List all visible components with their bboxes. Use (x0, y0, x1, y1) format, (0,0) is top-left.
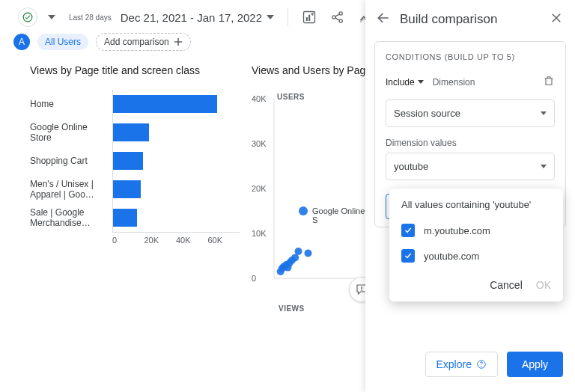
explore-label: Explore (436, 358, 472, 370)
checkbox-checked[interactable] (401, 224, 415, 237)
x-tick: 60K (208, 233, 240, 245)
caret-down-icon (541, 165, 547, 168)
svg-rect-8 (361, 287, 362, 289)
option-label: youtube.com (424, 251, 479, 262)
dimension-value: Session source (394, 108, 460, 119)
dimension-label: Dimension (433, 77, 537, 88)
bar (113, 95, 217, 113)
hbar-chart: HomeGoogle Online StoreShopping CartMen'… (30, 90, 240, 232)
scatter-chart: USERS 40K30K20K10K0 Google Online S VIEW… (252, 90, 371, 292)
dimension-select[interactable]: Session source (386, 99, 555, 127)
svg-rect-3 (308, 15, 310, 21)
scatter-point (299, 206, 308, 215)
insights-icon[interactable] (302, 10, 317, 25)
x-tick: 20K (144, 233, 177, 245)
apply-label: Apply (522, 358, 548, 370)
panel-title: Build comparison (400, 12, 541, 27)
bar-label: Shopping Cart (30, 147, 112, 175)
plus-icon (174, 37, 183, 46)
dimension-values-select[interactable]: youtube (386, 153, 555, 180)
x-axis-label: VIEWS (279, 304, 305, 313)
x-tick: 40K (176, 233, 208, 245)
x-tick: 0 (112, 233, 144, 245)
checkbox-checked[interactable] (401, 249, 415, 263)
bar (113, 152, 143, 170)
bar-label: Men's / Unisex | Apparel | Goo… (30, 175, 112, 203)
svg-point-0 (23, 13, 32, 22)
scatter-point (305, 249, 312, 257)
caret-down-icon (541, 111, 547, 115)
apply-button[interactable]: Apply (507, 352, 563, 377)
period-label: Last 28 days (69, 13, 112, 22)
bar (113, 180, 141, 198)
divider (288, 8, 288, 26)
trash-icon (543, 75, 555, 87)
panel-footer: Explore Apply (365, 341, 575, 392)
svg-rect-9 (361, 290, 362, 291)
check-icon (404, 251, 413, 260)
ok-button[interactable]: OK (536, 279, 551, 291)
option-label: m.youtube.com (424, 225, 490, 236)
date-range-select[interactable]: Dec 21, 2021 - Jan 17, 2022 (121, 11, 274, 24)
dimension-values-input: youtube (394, 161, 428, 172)
close-icon (550, 11, 563, 25)
svg-point-4 (312, 13, 314, 14)
dimension-values-label: Dimension values (386, 138, 555, 148)
include-label: Include (386, 77, 415, 88)
back-button[interactable] (376, 10, 391, 28)
check-circle-icon (22, 12, 33, 22)
scatter-point (295, 248, 302, 255)
card-title: Views by Page title and screen class (30, 64, 240, 76)
include-select[interactable]: Include (386, 77, 424, 88)
top-action-icons (302, 10, 374, 25)
values-popover: All values containing 'youtube' m.youtub… (389, 189, 563, 301)
views-users-card: Views and Users by Page title and screen… (252, 64, 371, 292)
point-annotation: Google Online S (312, 206, 371, 224)
popover-option[interactable]: youtube.com (389, 243, 563, 269)
explore-button[interactable]: Explore (425, 352, 498, 377)
cancel-button[interactable]: Cancel (490, 279, 523, 291)
status-indicator[interactable] (18, 7, 37, 27)
popover-actions: Cancel OK (389, 269, 563, 297)
check-icon (404, 226, 413, 235)
popover-title: All values containing 'youtube' (389, 197, 563, 218)
caret-down-icon (48, 15, 55, 19)
card-title: Views and Users by Page title and screen… (252, 64, 371, 76)
x-axis: 020K40K60K (112, 232, 240, 245)
status-caret-button[interactable] (42, 7, 61, 27)
add-comparison-label: Add comparison (104, 37, 169, 47)
segment-all-users[interactable]: All Users (37, 34, 88, 50)
share-icon[interactable] (330, 10, 345, 25)
bar (113, 209, 137, 227)
bar-label: Home (30, 90, 112, 118)
caret-down-icon (267, 15, 274, 19)
panel-header: Build comparison (365, 0, 575, 35)
bar-label: Sale | Google Merchandise… (30, 203, 112, 232)
help-icon (476, 359, 487, 370)
bar (113, 123, 149, 141)
close-button[interactable] (550, 11, 563, 27)
bar-label: Google Online Store (30, 118, 112, 147)
scatter-svg (252, 90, 371, 292)
popover-option[interactable]: m.youtube.com (389, 218, 563, 243)
segment-badge: A (13, 34, 30, 50)
svg-rect-2 (306, 17, 308, 21)
date-range-text: Dec 21, 2021 - Jan 17, 2022 (121, 11, 262, 24)
caret-down-icon (418, 80, 424, 84)
condition-row: Include Dimension (386, 75, 555, 89)
arrow-left-icon (376, 10, 391, 25)
views-by-page-card: Views by Page title and screen class Hom… (30, 64, 240, 292)
svg-point-11 (481, 366, 481, 367)
conditions-title: CONDITIONS (BUILD UP TO 5) (386, 52, 555, 61)
add-comparison-button[interactable]: Add comparison (96, 33, 191, 51)
delete-condition-button[interactable] (543, 75, 555, 89)
